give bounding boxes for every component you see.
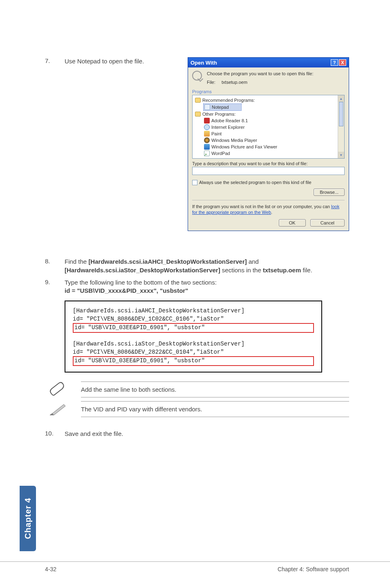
note-2: The VID and PID vary with different vend… — [45, 401, 349, 417]
dialog-body: Choose the program you want to use to op… — [188, 67, 349, 231]
code-l4: [HardwareIds.scsi.iaStor_DesktopWorkstat… — [73, 340, 314, 348]
desc-label: Type a description that you want to use … — [192, 161, 345, 166]
divider — [81, 397, 349, 397]
step-10: 10. Save and exit the file. — [45, 430, 349, 438]
code-l6-hl: id= "USB\VID_03EE&PID_6901", "usbstor" — [73, 356, 314, 366]
open-with-dialog: Open With ? X Choose the program you wan… — [188, 57, 349, 231]
help-icon[interactable]: ? — [331, 59, 338, 66]
cancel-button[interactable]: Cancel — [310, 219, 345, 227]
always-row[interactable]: Always use the selected program to open … — [192, 180, 345, 185]
code-box: [HardwareIds.scsi.iaAHCI_DesktopWorkstat… — [65, 301, 322, 373]
step-8-text: Find the [HardwareIds.scsi.iaAHCI_Deskto… — [65, 258, 349, 274]
divider — [192, 200, 345, 200]
page: 7. Use Notepad to open the file. Open Wi… — [0, 0, 390, 438]
notepad-icon — [204, 104, 210, 110]
step-10-num: 10. — [45, 430, 65, 437]
scroll-thumb[interactable] — [339, 102, 343, 126]
step-9-text: Type the following line to the bottom of… — [65, 278, 349, 295]
step-7-num: 7. — [45, 57, 65, 64]
ie-icon — [204, 124, 210, 130]
pdf-icon — [204, 118, 210, 123]
sidebar-label: Chapter 4 — [23, 498, 33, 539]
note-1: Add the same line to both sections. — [45, 382, 349, 398]
program-adobe[interactable]: Adobe Reader 8.1 — [195, 117, 337, 124]
step-9-num: 9. — [45, 278, 65, 285]
program-fax[interactable]: Windows Picture and Fax Viewer — [195, 144, 337, 150]
step-8-num: 8. — [45, 258, 65, 265]
footer: 4-32 Chapter 4: Software support — [0, 561, 390, 572]
recommended-header: Recommended Programs: — [195, 97, 337, 103]
note-1-text: Add the same line to both sections. — [81, 382, 349, 397]
divider — [81, 417, 349, 417]
step-10-text: Save and exit the file. — [65, 430, 349, 438]
scrollbar[interactable]: ▴ ▾ — [338, 95, 344, 158]
folder-icon — [195, 112, 201, 117]
code-l5: id= "PCI\VEN_8086&DEV_2822&CC_0104","iaS… — [73, 348, 314, 357]
sidebar-tab: Chapter 4 — [20, 486, 36, 551]
ok-button[interactable]: OK — [279, 219, 306, 227]
file-label: File: — [207, 80, 215, 85]
pencil-icon — [45, 401, 69, 417]
program-ie[interactable]: Internet Explorer — [195, 124, 337, 130]
search-icon — [192, 71, 202, 81]
browse-button[interactable]: Browse... — [314, 189, 345, 196]
paperclip-icon — [45, 382, 69, 398]
other-header: Other Programs: — [195, 111, 337, 117]
note-2-text: The VID and PID vary with different vend… — [81, 402, 349, 417]
programs-listbox[interactable]: ▴ ▾ Recommended Programs: Notepad — [192, 95, 345, 159]
code-l2: id= "PCI\VEN_8086&DEV_1C02&CC_0106","iaS… — [73, 315, 314, 323]
dialog-title: Open With — [191, 60, 217, 66]
folder-icon — [195, 98, 201, 103]
dialog-titlebar[interactable]: Open With ? X — [188, 58, 349, 67]
always-checkbox[interactable] — [192, 180, 197, 185]
page-number: 4-32 — [45, 566, 56, 572]
step-8: 8. Find the [HardwareIds.scsi.iaAHCI_Des… — [45, 258, 349, 274]
file-name: txtsetup.oem — [222, 80, 247, 85]
program-wmp[interactable]: Windows Media Player — [195, 137, 337, 144]
always-label: Always use the selected program to open … — [199, 180, 312, 185]
wmp-icon — [204, 137, 210, 143]
close-icon[interactable]: X — [339, 59, 346, 66]
paint-icon — [204, 131, 210, 137]
code-l3-hl: id= "USB\VID_03EE&PID_6901", "usbstor" — [73, 323, 314, 333]
code-l1: [HardwareIds.scsi.iaAHCI_DesktopWorkstat… — [73, 307, 314, 315]
footer-title: Chapter 4: Software support — [278, 566, 349, 572]
program-paint[interactable]: Paint — [195, 130, 337, 137]
program-wordpad[interactable]: WordPad — [195, 150, 337, 157]
programs-label: Programs — [192, 89, 345, 94]
wordpad-icon — [204, 150, 210, 156]
scroll-up-icon[interactable]: ▴ — [338, 95, 344, 102]
choose-text: Choose the program you want to use to op… — [207, 71, 314, 77]
program-notepad[interactable]: Notepad — [203, 103, 242, 111]
desc-input[interactable] — [192, 167, 345, 175]
web-message: If the program you want is not in the li… — [192, 204, 345, 215]
scroll-down-icon[interactable]: ▾ — [338, 152, 344, 158]
step-9: 9. Type the following line to the bottom… — [45, 278, 349, 295]
fax-icon — [204, 144, 210, 150]
